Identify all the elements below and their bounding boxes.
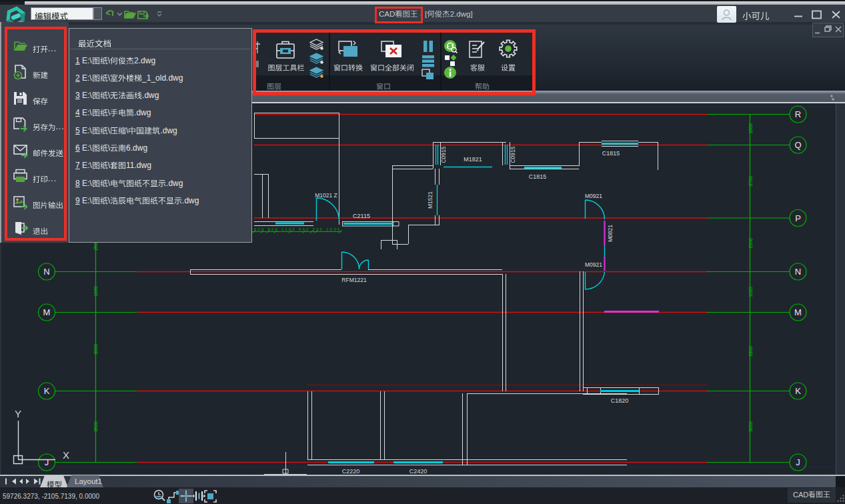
svg-text:C0915: C0915	[510, 146, 516, 163]
svg-text:J: J	[45, 457, 49, 467]
svg-text:M0921: M0921	[585, 261, 602, 268]
svg-text:3000: 3000	[93, 344, 98, 355]
svg-text:C2220: C2220	[342, 468, 360, 475]
svg-text:1600: 1600	[748, 123, 753, 134]
svg-text:M: M	[43, 307, 51, 317]
svg-text:R: R	[795, 109, 801, 119]
svg-text:Y: Y	[15, 408, 21, 419]
svg-text:M1521: M1521	[427, 191, 434, 209]
svg-text:K: K	[44, 386, 50, 396]
svg-text:C1815: C1815	[602, 150, 620, 157]
svg-text:M: M	[794, 307, 802, 317]
svg-text:M1821: M1821	[464, 156, 482, 163]
svg-text:J: J	[796, 457, 800, 467]
svg-text:C2115: C2115	[353, 213, 370, 219]
svg-text:M0821: M0821	[607, 225, 614, 242]
svg-text:600 800 1100 600 230 1000: 600 800 1100 600 230 1000	[254, 227, 339, 231]
svg-text:2900: 2900	[748, 238, 753, 249]
svg-text:C2420: C2420	[409, 468, 428, 475]
svg-text:C1820: C1820	[611, 397, 629, 404]
svg-text:N: N	[795, 267, 801, 277]
svg-text:C0915: C0915	[440, 146, 447, 163]
svg-text:1020: 1020	[748, 287, 753, 297]
svg-text:1080: 1080	[93, 286, 98, 297]
svg-text:RFM1221: RFM1221	[341, 277, 367, 283]
svg-text:P: P	[795, 213, 801, 223]
svg-text:Q: Q	[794, 140, 801, 150]
svg-text:M0921: M0921	[585, 193, 602, 199]
svg-text:3700: 3700	[748, 176, 753, 187]
svg-text:3600: 3600	[748, 421, 753, 432]
svg-text:M1021 Z: M1021 Z	[315, 192, 337, 199]
svg-text:N: N	[43, 267, 49, 277]
svg-text:C1815: C1815	[529, 173, 547, 180]
svg-text:3600: 3600	[93, 421, 98, 432]
svg-text:2800: 2800	[748, 346, 753, 357]
svg-text:X: X	[63, 449, 69, 461]
svg-text:K: K	[795, 386, 801, 396]
